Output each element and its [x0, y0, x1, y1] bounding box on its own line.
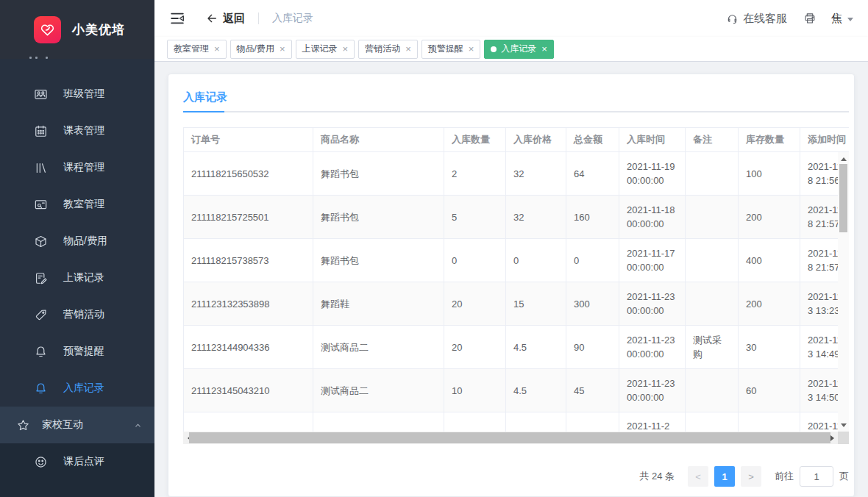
close-icon[interactable]: × [214, 44, 220, 54]
table-row[interactable]: 211123145043210测试商品二104.5452021-11-23 00… [183, 369, 849, 412]
sidebar-item-goods[interactable]: 物品/费用 [0, 223, 154, 260]
sidebar-item-label: 预警提醒 [63, 345, 104, 358]
vertical-scrollbar-thumb[interactable] [839, 164, 847, 232]
printer-icon[interactable] [803, 12, 817, 25]
pagination-unit-label: 页 [839, 470, 849, 483]
tab-label: 入库记录 [501, 43, 536, 55]
pagination-prev-button[interactable]: < [688, 466, 708, 487]
sidebar-item-classroom[interactable]: 教室管理 [0, 186, 154, 223]
table-cell: 测试采购 [686, 326, 739, 368]
scroll-down-arrow-icon[interactable] [838, 420, 849, 430]
table-cell: 30 [739, 326, 800, 368]
sidebar-item-lesson-record[interactable]: 上课记录 [0, 260, 154, 296]
tags-view-tab[interactable]: 上课记录 × [296, 40, 355, 59]
pagination-page-1[interactable]: 1 [714, 466, 735, 487]
table-cell: 2 [444, 152, 506, 195]
sidebar-item-inbound-bell[interactable]: 入库记录 [0, 370, 154, 407]
sidebar: 小美优培 班级管理 课表管理 课程管理 教室管理 物品/费用 上课记录 营销活动… [0, 0, 154, 497]
back-label: 返回 [223, 12, 245, 26]
sidebar-item-course[interactable]: 课程管理 [0, 149, 154, 186]
table-column-header: 入库时间 [619, 128, 686, 151]
table-cell: 20 [444, 326, 506, 368]
tags-view-tab[interactable]: 预警提醒 × [421, 40, 481, 59]
table-cell: 测试商品二 [313, 326, 444, 368]
scrollbar-corner [838, 432, 849, 444]
table-column-header: 总金额 [566, 128, 619, 151]
pagination-total: 共 24 条 [639, 470, 675, 483]
table-row[interactable]: 211118215650532舞蹈书包232642021-11-19 00:00… [183, 152, 849, 196]
table-cell [444, 412, 506, 432]
table-row[interactable]: 211123132353898舞蹈鞋20153002021-11-23 00:0… [183, 282, 849, 326]
panel-tab-inbound-records[interactable]: 入库记录 [183, 89, 227, 105]
table-column-header: 商品名称 [313, 128, 444, 151]
pagination-goto-input[interactable] [800, 466, 833, 487]
table-cell: 0 [506, 239, 566, 282]
table-column-header: 入库数量 [444, 128, 506, 151]
table-row[interactable]: 211123144904336测试商品二204.5902021-11-23 00… [183, 326, 849, 369]
back-button[interactable]: 返回 [206, 12, 245, 26]
scroll-up-arrow-icon[interactable] [838, 154, 849, 164]
marketing-icon [34, 308, 48, 322]
pagination-next-button[interactable]: > [741, 466, 761, 487]
tags-view-bar: 教室管理 × 物品/费用 × 上课记录 × 营销活动 × 预警提醒 × 入库记录… [154, 37, 868, 62]
table-column-header: 备注 [686, 128, 739, 151]
sidebar-logo[interactable]: 小美优培 [0, 0, 154, 59]
lesson-record-icon [34, 271, 48, 285]
close-icon[interactable]: × [280, 44, 285, 54]
table-cell: 90 [566, 326, 619, 368]
brand-heart-icon [34, 16, 61, 43]
close-icon[interactable]: × [469, 44, 474, 54]
close-icon[interactable]: × [541, 44, 547, 54]
table-cell: 舞蹈书包 [313, 196, 444, 238]
tags-view-tab[interactable]: 入库记录 × [484, 40, 554, 59]
horizontal-scrollbar-thumb[interactable] [189, 432, 830, 443]
sidebar-submenu-home-school[interactable]: 家校互动 [0, 407, 154, 443]
tab-label: 教室管理 [174, 43, 209, 55]
inbound-records-table: 订单号商品名称入库数量入库价格总金额入库时间备注库存数量添加时间 2111182… [183, 127, 849, 444]
sidebar-item-review[interactable]: 课后点评 [0, 443, 154, 480]
sidebar-menu-items: 班级管理 课表管理 课程管理 教室管理 物品/费用 上课记录 营销活动 预警提醒… [0, 76, 154, 407]
table-row[interactable]: 211118215738573舞蹈书包0002021-11-17 00:00:0… [183, 239, 849, 282]
online-service-button[interactable]: 在线客服 [726, 12, 787, 26]
sidebar-item-marketing[interactable]: 营销活动 [0, 296, 154, 333]
table-row[interactable]: 211118215725501舞蹈书包5321602021-11-18 00:0… [183, 196, 849, 239]
sidebar-item-alert-bell[interactable]: 预警提醒 [0, 333, 154, 370]
close-icon[interactable]: × [405, 44, 411, 54]
sidebar-item-label: 课程管理 [63, 161, 104, 174]
tab-label: 物品/费用 [237, 43, 274, 55]
table-row[interactable]: 2021-11-22021-11 [183, 412, 849, 432]
clipped-menu-item [29, 56, 51, 59]
sidebar-item-label: 入库记录 [63, 382, 104, 395]
classroom-icon [34, 198, 48, 212]
sidebar-item-label: 物品/费用 [63, 235, 107, 248]
submenu-children: 课后点评 [0, 443, 154, 497]
table-cell: 32 [506, 152, 566, 195]
sidebar-item-class[interactable]: 班级管理 [0, 76, 154, 112]
content-card: 入库记录 订单号商品名称入库数量入库价格总金额入库时间备注库存数量添加时间 21… [168, 74, 855, 497]
tags-view-tab[interactable]: 营销活动 × [358, 40, 418, 59]
close-icon[interactable]: × [343, 44, 349, 54]
scroll-right-arrow-icon[interactable] [826, 432, 838, 444]
course-icon [34, 161, 48, 175]
smile-icon [34, 455, 48, 469]
sidebar-item-schedule[interactable]: 课表管理 [0, 112, 154, 149]
schedule-icon [34, 124, 48, 138]
navbar-right: 在线客服 焦 [726, 12, 853, 26]
sidebar-fold-icon[interactable] [169, 10, 185, 26]
tabs-active-bar [183, 111, 224, 112]
table-cell: 100 [739, 152, 800, 195]
table-column-header: 添加时间 [800, 128, 849, 151]
horizontal-scrollbar[interactable] [183, 432, 849, 444]
user-menu[interactable]: 焦 [831, 12, 853, 26]
app-name: 小美优培 [72, 21, 125, 38]
table-cell: 2021-11-17 00:00:00 [619, 239, 686, 282]
table-cell: 160 [566, 196, 619, 238]
vertical-scrollbar[interactable] [838, 152, 849, 432]
table-cell: 4.5 [506, 326, 566, 368]
tags-view-tab[interactable]: 物品/费用 × [230, 40, 292, 59]
tags-view-tab[interactable]: 教室管理 × [167, 40, 227, 59]
table-cell [566, 412, 619, 432]
table-cell: 211118215650532 [184, 152, 313, 195]
tab-label: 营销活动 [365, 43, 400, 55]
table-cell: 2021-11-2 [619, 412, 686, 432]
